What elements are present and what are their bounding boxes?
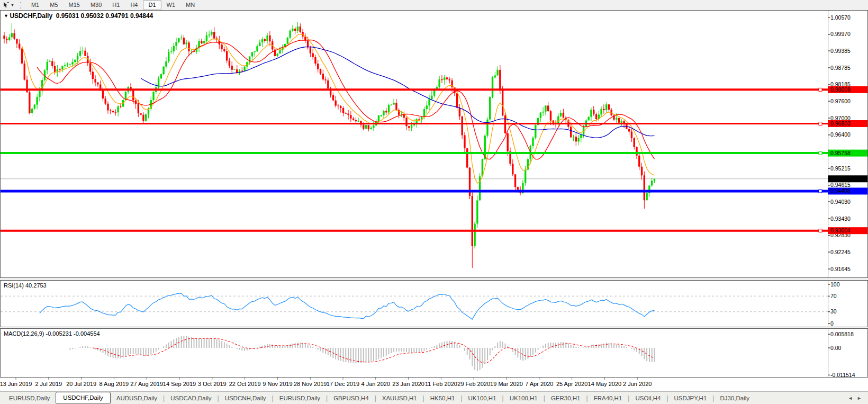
rsi-tick-label: 30 (830, 308, 837, 315)
chart-tab-usdchf-daily[interactable]: USDCHF,Daily (56, 392, 110, 403)
chart-tab-bar: EURUSD,DailyUSDCHF,DailyAUDUSD,Daily|USD… (0, 391, 868, 404)
price-tick-label: 1.00570 (830, 14, 851, 21)
chart-tab-usdcad-daily[interactable]: USDCAD,Daily (165, 393, 217, 403)
chart-tab-audusd-daily[interactable]: AUDUSD,Daily (111, 393, 163, 403)
rsi-value: 40.2753 (25, 282, 47, 289)
macd-tick-label: -0.011514 (830, 372, 855, 378)
horizontal-level-lines (1, 88, 828, 232)
chart-tab-hk50-h1[interactable]: HK50,H1 (424, 393, 461, 403)
chart-tab-uk100-h1[interactable]: UK100,H1 (463, 393, 502, 403)
level-price-badge: 0.96803 (830, 120, 851, 127)
chart-tab-uk100-h1[interactable]: UK100,H1 (504, 393, 544, 403)
price-tick-label: 0.98785 (830, 65, 851, 71)
chart-tab-eurusd-daily[interactable]: EURUSD,Daily (274, 393, 326, 403)
level-price-badge: 0.98008 (830, 86, 851, 93)
rsi-plot: 10070300 (1, 281, 840, 327)
rsi-line (40, 293, 655, 319)
chart-tab-xauusd-h1[interactable]: XAUUSD,H1 (376, 393, 423, 403)
current-price-badge: 0.94844 (830, 175, 851, 182)
price-tick-label: 0.96400 (830, 131, 851, 138)
level-price-badge: 0.94408 (830, 187, 851, 194)
price-tick-label: 0.95215 (830, 165, 851, 172)
chart-tab-usoil-h4[interactable]: USOil,H4 (629, 393, 666, 403)
chart-tab-usdjpy-h1[interactable]: USDJPY,H1 (668, 393, 713, 403)
level-price-badge: 0.93004 (830, 227, 851, 234)
rsi-tick-label: 0 (830, 320, 834, 327)
level-line-handle (819, 88, 822, 91)
level-line-handle (819, 190, 822, 193)
date-ticks (16, 378, 637, 380)
chart-ohlc-values: 0.95031 0.95032 0.94791 0.94844 (56, 12, 153, 20)
price-tick-label: 0.97600 (830, 98, 851, 104)
tab-scroll-right-icon[interactable]: ► (857, 396, 862, 401)
macd-label: MACD(12,26,9) -0.005231 -0.004554 (4, 330, 100, 337)
price-tick-label: 0.94030 (830, 199, 851, 205)
chart-tab-gbpusd-h4[interactable]: GBPUSD,H4 (328, 393, 374, 403)
level-price-badge: 0.95758 (830, 150, 851, 156)
level-line-handle (819, 151, 822, 155)
price-axis: 1.005700.999700.993850.987850.981850.976… (828, 11, 851, 277)
chart-tab-eurusd-daily[interactable]: EURUSD,Daily (3, 393, 56, 403)
chart-tab-usdcnh-daily[interactable]: USDCNH,Daily (219, 393, 272, 403)
price-tick-label: 0.93430 (830, 216, 851, 222)
rsi-label: RSI(14) 40.2753 (4, 282, 47, 289)
rsi-tick-label: 70 (830, 293, 837, 299)
medium-ma (37, 40, 654, 159)
price-tick-label: 0.99970 (830, 31, 851, 37)
price-tick-label: 0.91645 (830, 266, 851, 272)
price-tick-label: 0.92245 (830, 249, 851, 255)
chart-canvas[interactable]: 1.005700.999700.993850.987850.981850.976… (0, 0, 868, 404)
price-axis-badges: 0.980080.968030.957580.944080.930040.948… (828, 86, 867, 234)
rsi-tick-label: 100 (830, 281, 840, 288)
macd-values: -0.005231 -0.004554 (46, 330, 100, 337)
price-tick-label: 0.99385 (830, 48, 851, 54)
chart-title: ▼ USDCHF,Daily 0.95031 0.95032 0.94791 0… (4, 12, 153, 20)
mt4-window: ▼ M1M5M15M30H1H4D1W1MN ▼ USDCHF,Daily 0.… (0, 0, 868, 404)
chart-tab-fra40-h1[interactable]: FRA40,H1 (588, 393, 628, 403)
tab-scroll-nav: ◄► (848, 396, 868, 401)
level-line-handle (819, 122, 822, 125)
tab-scroll-left-icon[interactable]: ◄ (848, 396, 853, 401)
macd-plot: 0.0058180.00-0.011514 (70, 329, 855, 378)
chart-symbol-label: USDCHF,Daily (10, 12, 52, 20)
medium-ma-line (37, 40, 654, 159)
macd-tick-label: 0.005818 (830, 331, 854, 337)
chart-tab-ger30-h1[interactable]: GER30,H1 (545, 393, 586, 403)
macd-tick-label: 0.00 (830, 345, 842, 351)
level-line-handle (819, 229, 822, 232)
chart-tab-dj30-daily[interactable]: DJ30,Daily (714, 393, 755, 403)
chart-collapse-icon[interactable]: ▼ (4, 13, 10, 19)
